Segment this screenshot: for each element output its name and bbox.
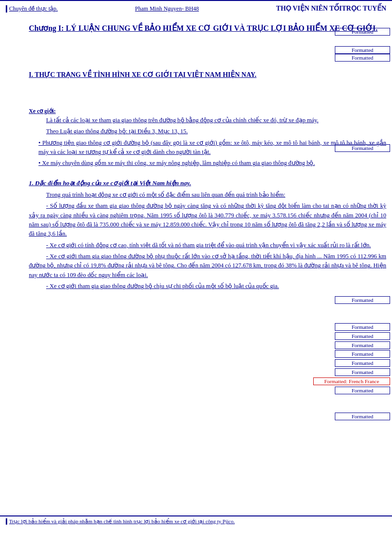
footer: Trục lợi bảo hiểm và giải pháp nhằm hạn … xyxy=(0,515,392,527)
main-content: Chương I: LÝ LUẬN CHUNG VỀ BẢO HIỂM XE C… xyxy=(0,16,392,291)
page: Chuyên đề thực tập. Pham Minh Nguyen- BH… xyxy=(0,0,392,540)
footer-text: Trục lợi bảo hiểm và giải pháp nhằm hạn … xyxy=(6,518,386,525)
paragraph-3: - Xe cơ giới tham gia giao thông đường b… xyxy=(29,252,386,280)
bullet-2: • Xe máy chuyên dùng gồm xe máy thi công… xyxy=(29,159,386,168)
formatted-tag-red-12: Formatted: French France xyxy=(313,377,390,385)
formatted-tag-13: Formatted xyxy=(335,387,390,394)
formatted-tag-10: Formatted xyxy=(335,359,390,367)
chapter-title: Chương I: LÝ LUẬN CHUNG VỀ BẢO HIỂM XE C… xyxy=(29,23,386,34)
formatted-tag-9: Formatted xyxy=(335,350,390,358)
formatted-tag-8: Formatted xyxy=(335,341,390,349)
formatted-tag-7: Formatted xyxy=(335,332,390,340)
subsection1-intro: Trong quá trình hoạt động xe cơ giới có … xyxy=(29,190,386,200)
paragraph-1: - Số lượng đầu xe tham gia giao thông đư… xyxy=(29,201,386,239)
bullet-1: • Phương tiện giao thông cơ giới đường b… xyxy=(29,138,386,157)
xe-co-gioi-definition: Là tất cả các loại xe tham gia giao thôn… xyxy=(29,116,386,125)
luat-reference: Theo Luật giao thông đường bộ: tại Điều … xyxy=(29,127,386,136)
formatted-tag-6: Formatted xyxy=(335,323,390,331)
paragraph-2: - Xe cơ giới có tính động cơ cao, tính v… xyxy=(29,241,386,250)
formatted-tag-14: Formatted xyxy=(335,413,390,420)
paragraph-4: - Xe cơ giới tham gia giao thông đường b… xyxy=(29,282,386,291)
formatted-tag-5: Formatted xyxy=(335,296,390,304)
header-left: Chuyên đề thực tập. xyxy=(6,5,58,13)
subsection1-title: 1. Đặc điểm hoạt động của xe cơ giới tại… xyxy=(29,179,386,188)
xe-co-gioi-label: Xe cơ giới: xyxy=(29,108,386,115)
header-right: THỌ VIỆN NIÊN TỐITRỌC TUYẾN xyxy=(276,5,386,13)
section1-title: I. THỰC TRẠNG VỀ TÌNH HÌNH XE CƠ GIỚI TẠ… xyxy=(29,70,386,80)
header: Chuyên đề thực tập. Pham Minh Nguyen- BH… xyxy=(0,0,392,15)
formatted-tag-11: Formatted xyxy=(335,368,390,376)
header-center: Pham Minh Nguyen- BH48 xyxy=(135,5,199,13)
